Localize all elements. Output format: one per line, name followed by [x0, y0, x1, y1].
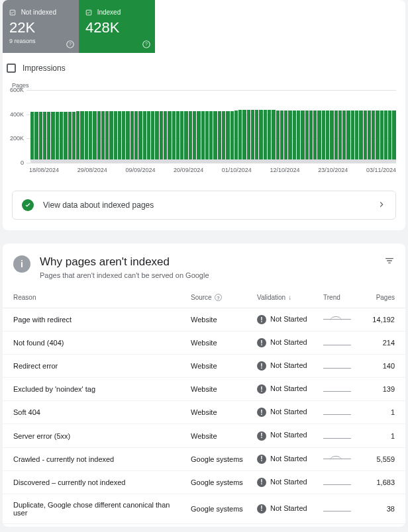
- y-tick-label: 200K: [8, 135, 24, 142]
- cell-source: Google systems: [188, 447, 254, 470]
- x-tick-label: 23/10/2024: [318, 167, 348, 173]
- cell-pages: 5,559: [360, 447, 405, 470]
- cell-pages: 214: [360, 332, 405, 355]
- cell-trend: [321, 308, 360, 332]
- cell-validation: !Not Started: [254, 401, 321, 424]
- cell-validation: !Not Started: [254, 424, 321, 447]
- x-tick-label: 12/10/2024: [270, 167, 300, 173]
- cell-pages: 38: [360, 494, 405, 523]
- x-tick-label: 29/08/2024: [77, 167, 107, 173]
- chevron-right-icon: [377, 200, 386, 211]
- header-trend[interactable]: Trend: [321, 288, 360, 308]
- cell-pages: 1: [360, 401, 405, 424]
- help-icon[interactable]: ?: [142, 40, 151, 49]
- x-tick-label: 09/09/2024: [125, 167, 155, 173]
- header-source[interactable]: Source?: [188, 288, 254, 308]
- not-indexed-label: Not indexed: [21, 9, 56, 16]
- coverage-chart: Pages 0200K400K600K 18/08/202429/08/2024…: [3, 78, 405, 181]
- header-reason[interactable]: Reason: [3, 288, 188, 308]
- x-tick-label: 20/09/2024: [174, 167, 203, 173]
- status-badge-icon: !: [257, 315, 266, 324]
- cell-pages: 139: [360, 378, 405, 401]
- cell-pages: 140: [360, 355, 405, 378]
- svg-text:?: ?: [145, 42, 148, 46]
- cell-trend: [321, 401, 360, 424]
- cell-source: Website: [188, 424, 254, 447]
- filter-icon[interactable]: [384, 255, 395, 268]
- x-tick-label: 03/11/2024: [366, 167, 396, 173]
- table-row[interactable]: Page with redirectWebsite!Not Started14,…: [3, 308, 405, 332]
- header-pages[interactable]: Pages: [360, 288, 405, 308]
- cell-validation: !Not Started: [254, 470, 321, 494]
- cell-trend: [321, 355, 360, 378]
- cell-source: Google systems: [188, 494, 254, 523]
- cell-reason: Soft 404: [3, 401, 188, 424]
- table-row[interactable]: Crawled - currently not indexedGoogle sy…: [3, 447, 405, 470]
- status-badge-icon: !: [257, 408, 266, 417]
- cell-reason: Duplicate, Google chose different canoni…: [3, 494, 188, 523]
- status-badge-icon: !: [257, 504, 266, 513]
- x-tick-label: 18/08/2024: [29, 167, 59, 173]
- table-row[interactable]: Redirect errorWebsite!Not Started140: [3, 355, 405, 378]
- table-header-row: Reason Source? Validation↓ Trend Pages: [3, 288, 405, 308]
- table-row[interactable]: Not found (404)Website!Not Started214: [3, 332, 405, 355]
- cell-pages: 1: [360, 424, 405, 447]
- cell-source: Website: [188, 308, 254, 332]
- cell-source: Website: [188, 401, 254, 424]
- help-icon[interactable]: ?: [215, 294, 222, 301]
- cell-pages: 1,683: [360, 470, 405, 494]
- status-badge-icon: !: [257, 455, 266, 464]
- checkbox-checked-icon: [9, 9, 16, 16]
- y-tick-label: 0: [8, 159, 24, 166]
- table-row[interactable]: Soft 404Website!Not Started1: [3, 401, 405, 424]
- view-indexed-label: View data about indexed pages: [43, 200, 377, 210]
- check-circle-icon: [22, 199, 34, 211]
- status-badge-icon: !: [257, 431, 266, 441]
- status-badge-icon: !: [257, 361, 266, 371]
- status-badge-icon: !: [257, 338, 266, 347]
- not-indexed-card[interactable]: Not indexed 22K 9 reasons ?: [3, 0, 79, 53]
- y-tick-label: 600K: [8, 87, 24, 93]
- cell-validation: !Not Started: [254, 447, 321, 470]
- not-indexed-sub: 9 reasons: [9, 38, 72, 44]
- table-row[interactable]: Duplicate, Google chose different canoni…: [3, 494, 405, 523]
- not-indexed-value: 22K: [9, 19, 72, 36]
- impressions-toggle[interactable]: Impressions: [3, 57, 405, 73]
- status-badge-icon: !: [257, 478, 266, 487]
- cell-validation: !Not Started: [254, 332, 321, 355]
- cell-validation: !Not Started: [254, 378, 321, 401]
- stat-cards: Not indexed 22K 9 reasons ? Indexed 428K…: [3, 0, 405, 53]
- reasons-card: i Why pages aren't indexed Pages that ar…: [3, 244, 405, 527]
- cell-source: Website: [188, 332, 254, 355]
- cell-validation: !Not Started: [254, 308, 321, 332]
- y-tick-label: 400K: [8, 111, 24, 118]
- coverage-card: Not indexed 22K 9 reasons ? Indexed 428K…: [3, 0, 405, 230]
- info-icon: i: [13, 255, 30, 273]
- reasons-table: Reason Source? Validation↓ Trend Pages P…: [3, 288, 405, 524]
- section-title: Why pages aren't indexed: [40, 255, 209, 269]
- cell-trend: [321, 424, 360, 447]
- indexed-card[interactable]: Indexed 428K ?: [79, 0, 155, 53]
- cell-trend: [321, 447, 360, 470]
- svg-text:?: ?: [69, 42, 72, 46]
- x-tick-label: 01/10/2024: [222, 167, 252, 173]
- cell-trend: [321, 494, 360, 523]
- indexed-value: 428K: [85, 19, 148, 36]
- view-indexed-link[interactable]: View data about indexed pages: [12, 191, 396, 220]
- header-validation[interactable]: Validation↓: [254, 288, 321, 308]
- cell-reason: Redirect error: [3, 355, 188, 378]
- sort-desc-icon: ↓: [288, 294, 291, 301]
- cell-reason: Crawled - currently not indexed: [3, 447, 188, 470]
- help-icon[interactable]: ?: [66, 40, 75, 49]
- checkbox-unchecked-icon[interactable]: [7, 64, 16, 73]
- y-axis-label: Pages: [12, 82, 396, 89]
- cell-source: Google systems: [188, 470, 254, 494]
- cell-reason: Server error (5xx): [3, 424, 188, 447]
- table-row[interactable]: Excluded by 'noindex' tagWebsite!Not Sta…: [3, 378, 405, 401]
- cell-trend: [321, 332, 360, 355]
- cell-reason: Not found (404): [3, 332, 188, 355]
- table-row[interactable]: Discovered – currently not indexedGoogle…: [3, 470, 405, 494]
- checkbox-checked-icon: [85, 9, 92, 16]
- table-row[interactable]: Server error (5xx)Website!Not Started1: [3, 424, 405, 447]
- cell-reason: Page with redirect: [3, 308, 188, 332]
